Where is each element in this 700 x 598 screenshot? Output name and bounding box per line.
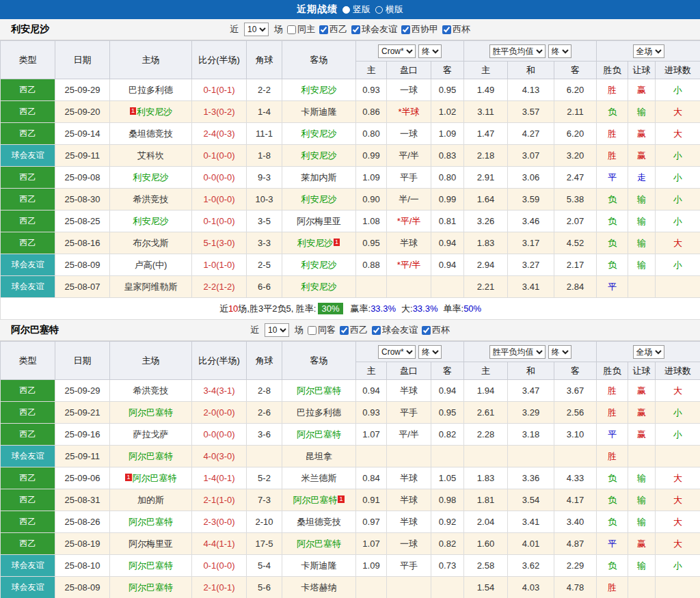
league-checkbox-2-input[interactable] <box>422 326 431 335</box>
score: 1-0(1-0) <box>192 254 247 276</box>
asia-home-odds: 0.90 <box>356 189 387 210</box>
league-checkbox-0-input[interactable] <box>319 25 328 34</box>
league-checkbox-3[interactable]: 西杯 <box>442 23 470 36</box>
league-checkbox-1[interactable]: 球会友谊 <box>351 23 397 36</box>
league-checkbox-0[interactable]: 西乙 <box>319 23 347 36</box>
league-checkbox-2[interactable]: 西协甲 <box>401 23 438 36</box>
europe-average-select[interactable]: 胜平负均值 <box>489 345 546 359</box>
layout-option-horizontal[interactable]: 横版 <box>375 3 403 16</box>
handicap-result: 赢 <box>628 380 656 402</box>
goals-result: 大 <box>656 467 700 489</box>
home-team: 阿尔巴塞特 <box>110 511 192 533</box>
league-checkbox-3-label: 西杯 <box>453 23 470 36</box>
eu-draw-odds: 3.46 <box>508 210 554 232</box>
goals-header: 进球数 <box>656 62 700 79</box>
goals-result: 大 <box>656 489 700 511</box>
same-venue-checkbox-input[interactable] <box>308 326 317 335</box>
match-result: 胜 <box>597 446 628 467</box>
handicap: 半球 <box>387 232 431 254</box>
asia-home-odds: 0.86 <box>356 101 387 123</box>
eu-draw-header: 和 <box>508 362 554 380</box>
eu-away-odds: 4.17 <box>554 489 597 511</box>
type-header: 类型 <box>1 41 55 79</box>
score: 0-0(0-0) <box>192 167 247 189</box>
asia-away-odds: 0.82 <box>431 424 464 446</box>
match-result: 负 <box>597 254 628 276</box>
same-venue-checkbox[interactable]: 同主 <box>287 23 315 36</box>
eu-home-odds: 3.26 <box>464 210 508 232</box>
europe-time-select[interactable]: 终 <box>548 44 571 58</box>
home-team: 阿尔梅里亚 <box>110 533 192 555</box>
league-type: 西乙 <box>1 467 55 489</box>
league-checkbox-0[interactable]: 西乙 <box>340 324 368 336</box>
eu-home-odds: 2.18 <box>464 145 508 167</box>
league-checkbox-3-input[interactable] <box>442 25 451 34</box>
league-checkbox-2[interactable]: 西杯 <box>422 324 450 336</box>
bookmaker-select[interactable]: Crow* <box>378 44 416 58</box>
home-team: 布尔戈斯 <box>110 232 192 254</box>
goals-result <box>656 446 700 467</box>
eu-draw-odds: 3.27 <box>508 254 554 276</box>
result-scope-select[interactable]: 全场 <box>633 345 664 359</box>
league-type: 西乙 <box>1 123 55 145</box>
league-type: 西乙 <box>1 533 55 555</box>
eu-home-odds: 2.04 <box>464 511 508 533</box>
asia-away-odds: 1.02 <box>431 101 464 123</box>
layout-option-vertical[interactable]: 竖版 <box>342 3 371 16</box>
match-date: 25-08-26 <box>55 511 110 533</box>
handicap: *平/半 <box>387 254 431 276</box>
away-team: 卡斯迪隆 <box>282 101 356 123</box>
filter-controls: 近10场同客西乙球会友谊西杯 <box>250 323 450 337</box>
matches-table: 类型日期主场比分(半场)角球客场Crow*终胜平负均值终全场主盘口客主和客胜负让… <box>0 341 700 598</box>
score: 2-1(1-0) <box>192 489 247 511</box>
away-team: 卡塔赫纳 <box>282 577 356 598</box>
match-row: 西乙25-09-21阿尔巴塞特2-0(0-0)2-6巴拉多利德0.93平手0.9… <box>1 402 700 424</box>
same-venue-checkbox-input[interactable] <box>287 25 296 34</box>
europe-average-select[interactable]: 胜平负均值 <box>489 44 546 58</box>
league-checkbox-1-input[interactable] <box>351 25 360 34</box>
eu-away-odds: 4.33 <box>554 467 597 489</box>
league-checkbox-2-input[interactable] <box>401 25 410 34</box>
score: 0-1(0-0) <box>192 145 247 167</box>
asia-time-select[interactable]: 终 <box>418 345 442 359</box>
league-type: 西乙 <box>1 167 55 189</box>
home-team: 利安尼沙 <box>110 210 192 232</box>
score: 0-1(0-1) <box>192 79 247 101</box>
league-type: 球会友谊 <box>1 254 55 276</box>
corner-score: 2-5 <box>247 254 282 276</box>
goals-result: 大 <box>656 533 700 555</box>
match-count-select[interactable]: 10 <box>265 323 289 337</box>
handicap: 平/半 <box>387 145 431 167</box>
eu-draw-odds: 3.62 <box>508 555 554 577</box>
result-scope-select[interactable]: 全场 <box>633 44 664 58</box>
league-checkbox-1-input[interactable] <box>372 326 381 335</box>
handicap-result: 输 <box>628 101 656 123</box>
handicap: 半/一 <box>387 189 431 210</box>
eu-draw-odds: 3.06 <box>508 167 554 189</box>
europe-time-select[interactable]: 终 <box>548 345 571 359</box>
league-type: 球会友谊 <box>1 145 55 167</box>
same-venue-checkbox[interactable]: 同客 <box>308 324 336 336</box>
asia-away-odds: 0.82 <box>431 533 464 555</box>
match-count-select[interactable]: 10 <box>244 23 269 36</box>
eu-away-odds: 3.40 <box>554 511 597 533</box>
eu-away-odds: 2.29 <box>554 555 597 577</box>
match-row: 西乙25-08-31加的斯2-1(1-0)7-3阿尔巴塞特10.91半球0.98… <box>1 489 700 511</box>
match-row: 西乙25-09-14桑坦德竞技2-4(0-3)11-1利安尼沙0.80一球1.0… <box>1 123 700 145</box>
asia-time-select[interactable]: 终 <box>418 44 442 58</box>
match-date: 25-09-29 <box>55 79 110 101</box>
near-label: 近 <box>230 23 239 36</box>
league-checkbox-0-input[interactable] <box>340 326 349 335</box>
handicap-result: 赢 <box>628 402 656 424</box>
red-card-icon: 1 <box>130 107 136 115</box>
eu-home-odds: 2.28 <box>464 424 508 446</box>
league-checkbox-1[interactable]: 球会友谊 <box>372 324 418 336</box>
goals-result: 小 <box>656 145 700 167</box>
win-rate: 30% <box>318 303 342 314</box>
bookmaker-select[interactable]: Crow* <box>378 345 416 359</box>
team-section: 阿尔巴塞特近10场同客西乙球会友谊西杯类型日期主场比分(半场)角球客场Crow*… <box>0 320 700 598</box>
asia-home-odds: 1.08 <box>356 210 387 232</box>
eu-away-odds: 4.87 <box>554 533 597 555</box>
eu-away-odds: 6.20 <box>554 123 597 145</box>
goals-result: 小 <box>656 79 700 101</box>
